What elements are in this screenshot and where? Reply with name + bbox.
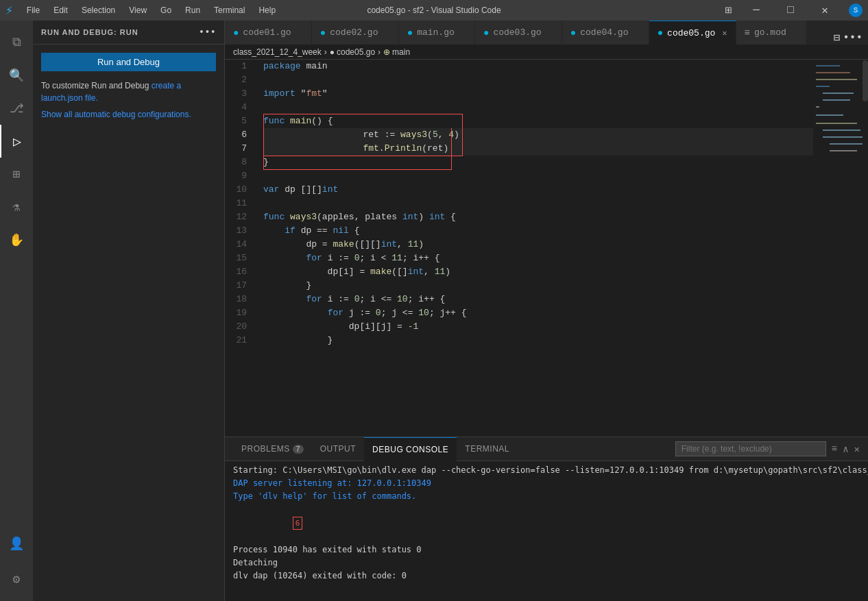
maximize-button[interactable]: □: [775, 0, 806, 21]
settings-icon: ⚙: [13, 572, 21, 587]
panel-tab-debug-console[interactable]: DEBUG CONSOLE: [364, 437, 457, 461]
run-and-debug-button[interactable]: Run and Debug: [41, 53, 216, 71]
activity-explorer[interactable]: ⧉: [0, 26, 33, 59]
activity-extensions[interactable]: ⊞: [0, 158, 33, 191]
line-num-16: 16: [225, 265, 252, 279]
breadcrumb-root[interactable]: class_2021_12_4_week: [233, 47, 322, 57]
activity-testing[interactable]: ⚗: [0, 191, 33, 223]
code-line-7: fmt.Println(ret): [263, 142, 813, 156]
tab-close-icon[interactable]: ✕: [793, 27, 798, 38]
activity-account[interactable]: 👤: [0, 530, 33, 563]
console-line-6: dlv dap (10264) exited with code: 0: [233, 569, 860, 582]
editor-scrollbar: [863, 60, 868, 328]
tab-close-icon[interactable]: ✕: [722, 28, 727, 38]
split-editor-icon[interactable]: ⊟: [834, 31, 841, 45]
go-file-icon: ●: [233, 27, 239, 38]
menu-terminal[interactable]: Terminal: [208, 4, 250, 16]
line-num-11: 11: [225, 197, 252, 210]
function-symbol-icon: ⊕: [383, 47, 390, 57]
sidebar-content: Run and Debug To customize Run and Debug…: [33, 45, 224, 601]
svg-rect-10: [823, 130, 860, 131]
minimize-button[interactable]: ─: [740, 0, 772, 21]
menu-run[interactable]: Run: [180, 4, 206, 16]
activity-bar: ⧉ 🔍 ⎇ ▷ ⊞ ⚗ ✋ 👤 ⚙: [0, 21, 33, 601]
tab-label: code02.go: [330, 27, 378, 38]
panel-tab-output[interactable]: OUTPUT: [312, 437, 364, 461]
terminal-label: TERMINAL: [465, 444, 509, 454]
code-line-20: dp[i][j] = -1: [263, 320, 813, 334]
line-num-20: 20: [225, 320, 252, 334]
tab-code05-active[interactable]: ● code05.go ✕: [649, 21, 736, 45]
svg-rect-3: [816, 79, 857, 80]
breadcrumb-symbol[interactable]: ⊕ main: [383, 47, 410, 57]
activity-run-debug[interactable]: ▷: [0, 125, 33, 158]
close-button[interactable]: ✕: [809, 0, 841, 21]
code-line-21: }: [263, 334, 813, 347]
menu-view[interactable]: View: [123, 4, 152, 16]
tab-close-icon[interactable]: ✕: [548, 27, 553, 38]
mod-file-icon: ≡: [745, 27, 750, 38]
activity-remote[interactable]: ✋: [0, 223, 33, 256]
console-line-4: Process 10940 has exited with status 0: [233, 543, 860, 556]
console-line-1: Starting: C:\Users\MSI\go\bin\dlv.exe da…: [233, 464, 860, 477]
activity-source-control[interactable]: ⎇: [0, 92, 33, 125]
activity-settings[interactable]: ⚙: [0, 563, 33, 596]
extensions-icon: ⊞: [13, 167, 21, 182]
tab-code01[interactable]: ● code01.go ✕: [225, 21, 312, 45]
menu-help[interactable]: Help: [253, 4, 281, 16]
sidebar-description: To customize Run and Debug create a laun…: [41, 79, 216, 104]
line-num-7: 7: [225, 142, 252, 156]
menu-go[interactable]: Go: [155, 4, 177, 16]
tab-close-icon[interactable]: ✕: [385, 27, 389, 38]
account-notification[interactable]: S: [849, 3, 863, 17]
tab-code03[interactable]: ● code03.go ✕: [475, 21, 562, 45]
menu-edit[interactable]: Edit: [48, 4, 73, 16]
testing-icon: ⚗: [13, 199, 21, 214]
tab-main[interactable]: ● main.go ✕: [399, 21, 475, 45]
code-line-18: for i := 0; i <= 10; i++ {: [263, 293, 813, 306]
panel-filter-input[interactable]: [675, 441, 826, 456]
panel-tab-bar: PROBLEMS 7 OUTPUT DEBUG CONSOLE TERMINAL: [225, 437, 868, 461]
tab-gomod[interactable]: ≡ go.mod ✕: [736, 21, 807, 45]
tab-code02[interactable]: ● code02.go ✕: [312, 21, 399, 45]
line-num-10: 10: [225, 183, 252, 197]
tab-label: code04.go: [580, 27, 628, 38]
line-num-3: 3: [225, 87, 252, 101]
filter-list-icon[interactable]: ≡: [832, 443, 837, 454]
scrollbar-thumb[interactable]: [863, 60, 868, 101]
menu-file[interactable]: File: [21, 4, 45, 16]
panel: PROBLEMS 7 OUTPUT DEBUG CONSOLE TERMINAL: [225, 437, 868, 601]
close-panel-icon[interactable]: ✕: [854, 443, 860, 455]
show-auto-debug-link[interactable]: Show all automatic debug configurations.: [41, 110, 216, 119]
line-num-4: 4: [225, 101, 252, 114]
svg-rect-11: [823, 136, 864, 138]
explorer-icon: ⧉: [12, 36, 21, 49]
activity-search[interactable]: 🔍: [0, 59, 33, 92]
tab-close-icon[interactable]: ✕: [298, 27, 303, 38]
code-content[interactable]: package main import "fmt" func main() { …: [258, 60, 813, 437]
minimap-svg: [813, 60, 868, 395]
window-controls: ⊞ ─ □ ✕ S: [719, 0, 863, 21]
line-num-9: 9: [225, 169, 252, 183]
panel-tab-terminal[interactable]: TERMINAL: [457, 437, 518, 461]
layout-toggle-icon[interactable]: ⊞: [719, 5, 738, 16]
tab-close-icon[interactable]: ✕: [461, 27, 466, 38]
panel-tab-problems[interactable]: PROBLEMS 7: [233, 437, 312, 461]
go-file-icon: ●: [570, 27, 576, 38]
menu-selection[interactable]: Selection: [76, 4, 121, 16]
line-num-6: 6: [225, 128, 252, 142]
editor-scroll-area: 1 2 3 4 5 6 7 8 9 10 11 12 13 14 15 16 1: [225, 60, 868, 601]
sidebar-menu-button[interactable]: •••: [199, 27, 216, 38]
svg-rect-7: [816, 106, 819, 108]
breadcrumb-file[interactable]: ● code05.go: [330, 47, 375, 57]
account-icon: 👤: [9, 536, 24, 551]
line-numbers: 1 2 3 4 5 6 7 8 9 10 11 12 13 14 15 16 1: [225, 60, 258, 437]
tab-close-icon[interactable]: ✕: [635, 27, 640, 38]
collapse-panel-icon[interactable]: ∧: [843, 443, 848, 455]
tab-code04[interactable]: ● code04.go ✕: [562, 21, 649, 45]
minimap: [813, 60, 868, 437]
more-tabs-icon[interactable]: •••: [843, 32, 863, 44]
go-file-icon: ●: [320, 27, 326, 38]
svg-rect-13: [830, 150, 857, 151]
console-line-3: Type 'dlv help' for list of commands.: [233, 490, 860, 503]
